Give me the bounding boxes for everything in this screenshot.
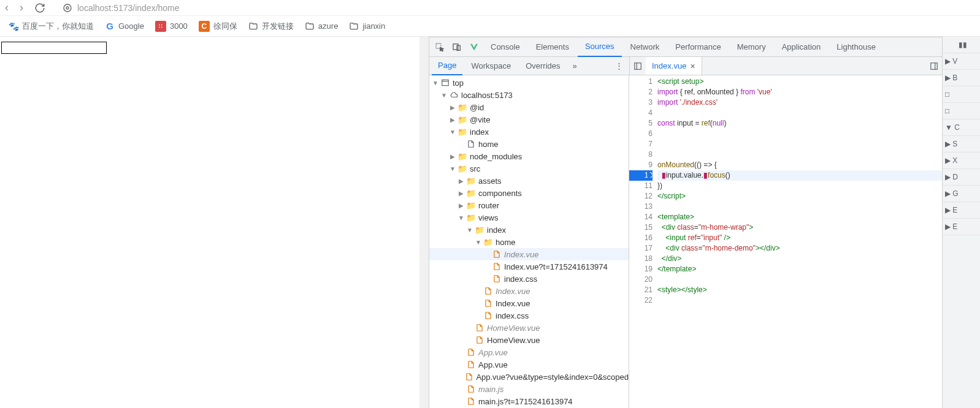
bookmark-baidu[interactable]: 🐾百度一下，你就知道 — [9, 21, 94, 32]
bookmark-devlinks[interactable]: 开发链接 — [248, 21, 294, 32]
file-tab-label: Index.vue — [652, 61, 686, 70]
debug-toolbar[interactable]: ▮▮ — [943, 37, 980, 53]
sidebar-section[interactable]: ▶ E — [943, 219, 980, 235]
tree-folder[interactable]: ▼📁src — [429, 162, 629, 175]
close-file-icon[interactable]: × — [690, 61, 695, 71]
tree-host[interactable]: ▼localhost:5173 — [429, 89, 629, 101]
bookmark-google[interactable]: GGoogle — [105, 21, 144, 31]
subtab-workspace[interactable]: Workspace — [465, 57, 517, 75]
sidebar-section[interactable]: ▼ C — [943, 119, 980, 136]
bookmark-xutongbao[interactable]: C徐同保 — [199, 21, 237, 32]
subtab-page[interactable]: Page — [432, 57, 462, 75]
tree-folder[interactable]: ▶📁node_modules — [429, 150, 629, 162]
more-subtabs-icon[interactable]: » — [569, 61, 581, 70]
file-icon — [465, 372, 473, 382]
devtools-panel: Console Elements Sources Network Perform… — [429, 37, 942, 408]
device-toolbar-icon[interactable] — [449, 39, 465, 55]
line-gutter[interactable]: 12345678910111213141516171819202122 — [629, 75, 657, 408]
file-icon — [492, 249, 502, 259]
file-icon — [492, 274, 502, 284]
bookmark-azure[interactable]: azure — [305, 21, 339, 31]
back-button[interactable]: ‹ — [5, 1, 9, 14]
tree-file[interactable]: main.js — [429, 383, 629, 395]
tree-folder[interactable]: ▶📁assets — [429, 175, 629, 187]
forward-button[interactable]: › — [20, 1, 23, 14]
debugger-sidebar: ▮▮ ▶ V ▶ B □ □ ▼ C ▶ S ▶ X ▶ D ▶ G ▶ E ▶… — [942, 37, 980, 408]
tree-file[interactable]: index.css — [429, 309, 629, 322]
tree-folder[interactable]: ▼📁views — [429, 211, 629, 224]
tab-lighthouse[interactable]: Lighthouse — [829, 37, 883, 57]
open-file-tab[interactable]: Index.vue × — [646, 57, 702, 75]
svg-point-0 — [64, 4, 71, 12]
tab-sources[interactable]: Sources — [578, 37, 622, 57]
sidebar-section[interactable]: ▶ X — [943, 153, 980, 169]
reload-button[interactable] — [34, 2, 45, 13]
url-text: localhost:5173/index/home — [77, 3, 180, 13]
tree-file[interactable]: HomeView.vue — [429, 334, 629, 346]
file-tree[interactable]: ▼top ▼localhost:5173 ▶📁@id ▶📁@vite ▼📁ind… — [429, 75, 629, 408]
folder-icon: 📁 — [466, 200, 476, 210]
file-icon — [466, 347, 476, 357]
tab-elements[interactable]: Elements — [529, 37, 576, 57]
tree-folder[interactable]: ▼📁home — [429, 236, 629, 248]
svg-rect-9 — [442, 80, 449, 85]
tab-application[interactable]: Application — [775, 37, 829, 57]
bookmarks-bar: 🐾百度一下，你就知道 GGoogle ∷3000 C徐同保 开发链接 azure… — [0, 16, 980, 37]
code-content[interactable]: <script setup> import { ref, onMounted }… — [657, 75, 942, 408]
tree-folder[interactable]: ▶📁@id — [429, 101, 629, 113]
tree-file[interactable]: HomeView.vue — [429, 322, 629, 334]
cloud-icon — [449, 90, 459, 100]
folder-icon: 📁 — [466, 213, 476, 222]
sidebar-section[interactable]: ▶ D — [943, 169, 980, 186]
tab-memory[interactable]: Memory — [730, 37, 773, 57]
page-scrollbar[interactable] — [419, 37, 429, 408]
tab-performance[interactable]: Performance — [668, 37, 728, 57]
tree-file[interactable]: App.vue — [429, 358, 629, 371]
bookmark-jianxin[interactable]: jianxin — [349, 21, 385, 31]
code-editor[interactable]: 12345678910111213141516171819202122 <scr… — [629, 75, 942, 408]
tree-file[interactable]: App.vue?vue&type=style&index=0&scoped — [429, 371, 629, 383]
tree-file[interactable]: main.js?t=1715241613974 — [429, 395, 629, 407]
tree-file[interactable]: Index.vue — [429, 285, 629, 297]
sidebar-section[interactable]: ▶ S — [943, 136, 980, 153]
window-icon — [440, 78, 450, 88]
tab-network[interactable]: Network — [623, 37, 667, 57]
tree-file[interactable]: Index.vue?t=1715241613974 — [429, 260, 629, 273]
tree-folder[interactable]: ▶📁@vite — [429, 113, 629, 126]
page-text-input[interactable] — [1, 42, 107, 54]
vue-devtools-icon[interactable] — [466, 39, 482, 55]
svg-point-1 — [66, 7, 69, 9]
tree-file[interactable]: index.css — [429, 273, 629, 285]
sidebar-section[interactable]: □ — [943, 86, 980, 103]
tree-file[interactable]: Index.vue — [429, 297, 629, 309]
tree-file[interactable]: home — [429, 138, 629, 150]
tree-folder[interactable]: ▶📁router — [429, 199, 629, 211]
folder-icon: 📁 — [457, 102, 467, 112]
breakpoint-line: 10 — [629, 170, 653, 181]
svg-rect-5 — [635, 62, 641, 69]
folder-icon: 📁 — [457, 164, 467, 173]
tab-console[interactable]: Console — [483, 37, 527, 57]
sidebar-section[interactable]: ▶ E — [943, 202, 980, 219]
subtab-overrides[interactable]: Overrides — [519, 57, 566, 75]
tree-folder[interactable]: ▶📁components — [429, 187, 629, 199]
sidebar-section[interactable]: ▶ V — [943, 53, 980, 70]
page-viewport — [0, 37, 429, 408]
tree-file-selected[interactable]: Index.vue — [429, 248, 629, 260]
inspect-element-icon[interactable] — [432, 39, 448, 55]
url-bar[interactable]: localhost:5173/index/home — [63, 3, 180, 13]
toggle-debugger-icon[interactable] — [926, 62, 942, 70]
bookmark-3000[interactable]: ∷3000 — [155, 21, 188, 32]
tree-top[interactable]: ▼top — [429, 77, 629, 89]
sources-subtabs: Page Workspace Overrides » ⋮ Index.vue × — [429, 57, 942, 75]
folder-icon: 📁 — [457, 115, 467, 124]
tree-file[interactable]: App.vue — [429, 346, 629, 358]
subtab-menu-icon[interactable]: ⋮ — [611, 61, 627, 70]
sidebar-section[interactable]: ▶ G — [943, 186, 980, 202]
folder-icon — [248, 21, 258, 31]
tree-folder[interactable]: ▼📁index — [429, 224, 629, 236]
toggle-navigator-icon[interactable] — [630, 62, 646, 70]
tree-folder[interactable]: ▼📁index — [429, 126, 629, 138]
sidebar-section[interactable]: □ — [943, 103, 980, 119]
sidebar-section[interactable]: ▶ B — [943, 70, 980, 86]
